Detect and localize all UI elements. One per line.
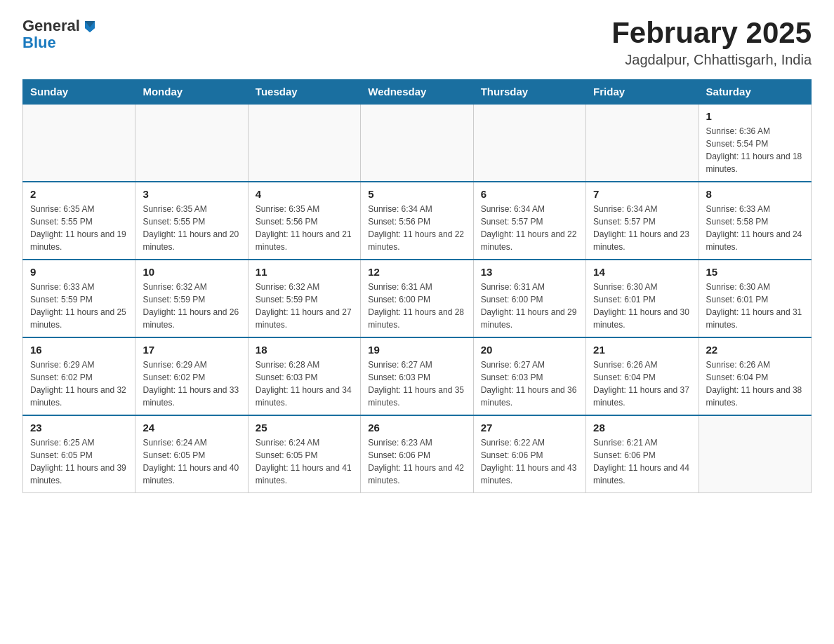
calendar-cell: 7Sunrise: 6:34 AMSunset: 5:57 PMDaylight… xyxy=(586,182,699,260)
weekday-header-row: SundayMondayTuesdayWednesdayThursdayFrid… xyxy=(23,80,812,105)
day-info: Sunrise: 6:32 AMSunset: 5:59 PMDaylight:… xyxy=(143,281,240,331)
day-info: Sunrise: 6:27 AMSunset: 6:03 PMDaylight:… xyxy=(368,358,465,409)
day-info: Sunrise: 6:32 AMSunset: 5:59 PMDaylight:… xyxy=(256,281,353,331)
day-info: Sunrise: 6:31 AMSunset: 6:00 PMDaylight:… xyxy=(481,281,578,331)
calendar-cell: 22Sunrise: 6:26 AMSunset: 6:04 PMDayligh… xyxy=(699,337,811,415)
day-info: Sunrise: 6:35 AMSunset: 5:55 PMDaylight:… xyxy=(30,203,128,253)
calendar-cell xyxy=(23,104,135,182)
day-number: 26 xyxy=(368,422,465,434)
day-info: Sunrise: 6:23 AMSunset: 6:06 PMDaylight:… xyxy=(368,436,465,487)
calendar-week-1: 1Sunrise: 6:36 AMSunset: 5:54 PMDaylight… xyxy=(23,104,812,182)
calendar-cell: 18Sunrise: 6:28 AMSunset: 6:03 PMDayligh… xyxy=(248,337,360,415)
calendar-cell: 14Sunrise: 6:30 AMSunset: 6:01 PMDayligh… xyxy=(586,260,699,337)
calendar-cell: 10Sunrise: 6:32 AMSunset: 5:59 PMDayligh… xyxy=(135,260,248,337)
weekday-header-monday: Monday xyxy=(135,80,248,105)
day-number: 1 xyxy=(706,110,804,122)
calendar-week-4: 16Sunrise: 6:29 AMSunset: 6:02 PMDayligh… xyxy=(23,337,812,415)
calendar-cell xyxy=(473,104,585,182)
calendar-week-3: 9Sunrise: 6:33 AMSunset: 5:59 PMDaylight… xyxy=(23,260,812,337)
day-number: 5 xyxy=(368,188,465,200)
calendar-cell: 25Sunrise: 6:24 AMSunset: 6:05 PMDayligh… xyxy=(248,415,360,493)
day-number: 11 xyxy=(256,266,353,278)
calendar-cell: 1Sunrise: 6:36 AMSunset: 5:54 PMDaylight… xyxy=(699,104,811,182)
day-info: Sunrise: 6:26 AMSunset: 6:04 PMDaylight:… xyxy=(593,358,691,409)
day-number: 16 xyxy=(30,344,128,356)
calendar-cell xyxy=(135,104,248,182)
calendar-cell: 11Sunrise: 6:32 AMSunset: 5:59 PMDayligh… xyxy=(248,260,360,337)
calendar-week-5: 23Sunrise: 6:25 AMSunset: 6:05 PMDayligh… xyxy=(23,415,812,493)
calendar-cell: 24Sunrise: 6:24 AMSunset: 6:05 PMDayligh… xyxy=(135,415,248,493)
day-number: 22 xyxy=(706,344,804,356)
day-number: 9 xyxy=(30,266,128,278)
day-info: Sunrise: 6:25 AMSunset: 6:05 PMDaylight:… xyxy=(30,436,128,487)
page-header: General Blue February 2025 Jagdalpur, Ch… xyxy=(22,17,812,68)
logo-general-text: General xyxy=(22,17,80,35)
day-info: Sunrise: 6:27 AMSunset: 6:03 PMDaylight:… xyxy=(481,358,578,409)
calendar-week-2: 2Sunrise: 6:35 AMSunset: 5:55 PMDaylight… xyxy=(23,182,812,260)
day-info: Sunrise: 6:24 AMSunset: 6:05 PMDaylight:… xyxy=(256,436,353,487)
day-number: 3 xyxy=(143,188,240,200)
calendar-title: February 2025 xyxy=(611,17,812,49)
day-number: 10 xyxy=(143,266,240,278)
day-info: Sunrise: 6:35 AMSunset: 5:56 PMDaylight:… xyxy=(256,203,353,253)
day-number: 21 xyxy=(593,344,691,356)
day-number: 4 xyxy=(256,188,353,200)
day-number: 20 xyxy=(481,344,578,356)
day-info: Sunrise: 6:34 AMSunset: 5:56 PMDaylight:… xyxy=(368,203,465,253)
day-info: Sunrise: 6:24 AMSunset: 6:05 PMDaylight:… xyxy=(143,436,240,487)
logo: General Blue xyxy=(22,17,98,51)
day-number: 17 xyxy=(143,344,240,356)
day-number: 23 xyxy=(30,422,128,434)
day-info: Sunrise: 6:21 AMSunset: 6:06 PMDaylight:… xyxy=(593,436,691,487)
day-info: Sunrise: 6:35 AMSunset: 5:55 PMDaylight:… xyxy=(143,203,240,253)
calendar-cell: 26Sunrise: 6:23 AMSunset: 6:06 PMDayligh… xyxy=(361,415,473,493)
calendar-cell: 27Sunrise: 6:22 AMSunset: 6:06 PMDayligh… xyxy=(473,415,585,493)
day-info: Sunrise: 6:33 AMSunset: 5:58 PMDaylight:… xyxy=(706,203,804,253)
day-number: 6 xyxy=(481,188,578,200)
calendar-cell: 15Sunrise: 6:30 AMSunset: 6:01 PMDayligh… xyxy=(699,260,811,337)
calendar-cell: 9Sunrise: 6:33 AMSunset: 5:59 PMDaylight… xyxy=(23,260,135,337)
calendar-cell xyxy=(586,104,699,182)
day-number: 2 xyxy=(30,188,128,200)
calendar-header: SundayMondayTuesdayWednesdayThursdayFrid… xyxy=(23,80,812,105)
day-info: Sunrise: 6:31 AMSunset: 6:00 PMDaylight:… xyxy=(368,281,465,331)
calendar-cell xyxy=(699,415,811,493)
calendar-cell: 8Sunrise: 6:33 AMSunset: 5:58 PMDaylight… xyxy=(699,182,811,260)
calendar-cell: 19Sunrise: 6:27 AMSunset: 6:03 PMDayligh… xyxy=(361,337,473,415)
calendar-cell: 23Sunrise: 6:25 AMSunset: 6:05 PMDayligh… xyxy=(23,415,135,493)
day-info: Sunrise: 6:36 AMSunset: 5:54 PMDaylight:… xyxy=(706,125,804,175)
day-number: 24 xyxy=(143,422,240,434)
weekday-header-thursday: Thursday xyxy=(473,80,585,105)
calendar-cell: 4Sunrise: 6:35 AMSunset: 5:56 PMDaylight… xyxy=(248,182,360,260)
calendar-cell: 17Sunrise: 6:29 AMSunset: 6:02 PMDayligh… xyxy=(135,337,248,415)
day-info: Sunrise: 6:33 AMSunset: 5:59 PMDaylight:… xyxy=(30,281,128,331)
calendar-cell: 21Sunrise: 6:26 AMSunset: 6:04 PMDayligh… xyxy=(586,337,699,415)
calendar-cell: 12Sunrise: 6:31 AMSunset: 6:00 PMDayligh… xyxy=(361,260,473,337)
day-info: Sunrise: 6:34 AMSunset: 5:57 PMDaylight:… xyxy=(593,203,691,253)
title-block: February 2025 Jagdalpur, Chhattisgarh, I… xyxy=(611,17,812,68)
calendar-cell xyxy=(248,104,360,182)
calendar-cell: 6Sunrise: 6:34 AMSunset: 5:57 PMDaylight… xyxy=(473,182,585,260)
logo-blue-text: Blue xyxy=(22,35,56,51)
calendar-cell: 5Sunrise: 6:34 AMSunset: 5:56 PMDaylight… xyxy=(361,182,473,260)
logo-arrow-icon xyxy=(82,18,98,34)
day-number: 19 xyxy=(368,344,465,356)
day-number: 7 xyxy=(593,188,691,200)
day-number: 27 xyxy=(481,422,578,434)
day-number: 15 xyxy=(706,266,804,278)
day-info: Sunrise: 6:22 AMSunset: 6:06 PMDaylight:… xyxy=(481,436,578,487)
day-info: Sunrise: 6:30 AMSunset: 6:01 PMDaylight:… xyxy=(593,281,691,331)
calendar-cell: 20Sunrise: 6:27 AMSunset: 6:03 PMDayligh… xyxy=(473,337,585,415)
day-number: 14 xyxy=(593,266,691,278)
day-info: Sunrise: 6:29 AMSunset: 6:02 PMDaylight:… xyxy=(143,358,240,409)
day-number: 13 xyxy=(481,266,578,278)
weekday-header-wednesday: Wednesday xyxy=(361,80,473,105)
day-info: Sunrise: 6:28 AMSunset: 6:03 PMDaylight:… xyxy=(256,358,353,409)
calendar-cell: 28Sunrise: 6:21 AMSunset: 6:06 PMDayligh… xyxy=(586,415,699,493)
weekday-header-sunday: Sunday xyxy=(23,80,135,105)
calendar-cell: 2Sunrise: 6:35 AMSunset: 5:55 PMDaylight… xyxy=(23,182,135,260)
calendar-body: 1Sunrise: 6:36 AMSunset: 5:54 PMDaylight… xyxy=(23,104,812,493)
calendar-cell: 3Sunrise: 6:35 AMSunset: 5:55 PMDaylight… xyxy=(135,182,248,260)
day-info: Sunrise: 6:34 AMSunset: 5:57 PMDaylight:… xyxy=(481,203,578,253)
day-info: Sunrise: 6:29 AMSunset: 6:02 PMDaylight:… xyxy=(30,358,128,409)
